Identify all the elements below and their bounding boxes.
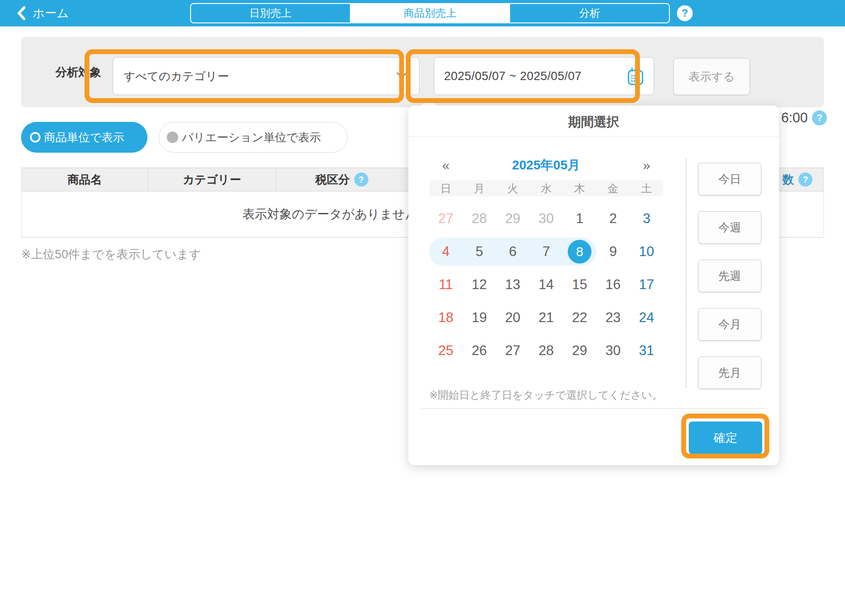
category-select-value: すべてのカテゴリー — [124, 69, 229, 84]
day-cell-19[interactable]: 19 — [463, 304, 496, 332]
variation-unit-radio[interactable]: バリエーション単位で表示 — [158, 122, 348, 153]
weekday-月: 月 — [463, 181, 496, 196]
header-bar: ホーム 日別売上商品別売上分析 ? — [0, 0, 845, 26]
day-cell-28[interactable]: 28 — [529, 337, 563, 365]
calendar-week-2: 45678910 — [429, 238, 663, 266]
weekday-日: 日 — [429, 181, 463, 196]
confirm-divider — [420, 408, 767, 409]
last-week-button[interactable]: 先週 — [698, 260, 761, 292]
product-unit-radio[interactable]: 商品単位で表示 — [21, 122, 147, 153]
tab-analysis[interactable]: 分析 — [509, 4, 669, 22]
calendar-week-1: 27282930123 — [429, 205, 663, 233]
popup-title: 期間選択 — [408, 114, 779, 131]
page: ホーム 日別売上商品別売上分析 ? 分析対象 すべてのカテゴリー 2025/05… — [0, 0, 845, 616]
day-cell-11[interactable]: 11 — [429, 271, 463, 299]
column-header-2: カテゴリー — [148, 168, 276, 191]
back-button[interactable]: ホーム — [17, 0, 69, 26]
day-cell-14[interactable]: 14 — [529, 271, 563, 299]
calendar-week-4: 18192021222324 — [429, 304, 663, 332]
day-cell-6[interactable]: 6 — [496, 238, 529, 266]
day-cell-3[interactable]: 3 — [630, 205, 663, 233]
last-month-button[interactable]: 先月 — [698, 356, 761, 389]
day-cell-10[interactable]: 10 — [630, 238, 663, 266]
day-cell-25[interactable]: 25 — [429, 337, 463, 365]
day-cell-12[interactable]: 12 — [463, 271, 496, 299]
calendar-icon — [627, 67, 644, 88]
day-cell-9[interactable]: 9 — [596, 238, 630, 266]
display-button[interactable]: 表示する — [673, 58, 750, 95]
this-week-button[interactable]: 今週 — [698, 211, 761, 244]
calendar-week-3: 11121314151617 — [429, 271, 663, 299]
tab-product-sales[interactable]: 商品別売上 — [350, 4, 510, 22]
tab-group: 日別売上商品別売上分析 — [190, 3, 670, 23]
column-header-label: カテゴリー — [183, 172, 241, 187]
help-button[interactable]: ? — [677, 5, 693, 21]
category-select[interactable]: すべてのカテゴリー — [113, 57, 419, 95]
day-cell-17[interactable]: 17 — [630, 271, 663, 299]
chevron-down-icon — [396, 72, 408, 81]
confirm-label: 確定 — [714, 430, 738, 446]
day-cell-31[interactable]: 31 — [630, 337, 663, 365]
help-badge-icon[interactable]: ? — [798, 172, 812, 187]
day-cell-20[interactable]: 20 — [496, 304, 529, 332]
day-cell-28[interactable]: 28 — [463, 205, 496, 233]
day-cell-27[interactable]: 27 — [496, 337, 529, 365]
day-cell-15[interactable]: 15 — [563, 271, 596, 299]
month-label: 2025年05月 — [463, 157, 630, 174]
selected-day-circle: 8 — [568, 240, 592, 264]
aggregation-time-fragment: 6:00 ? — [781, 110, 827, 126]
date-range-value: 2025/05/07 ~ 2025/05/07 — [444, 70, 582, 83]
weekday-水: 水 — [529, 181, 563, 196]
weekday-金: 金 — [596, 181, 630, 196]
date-range-input[interactable]: 2025/05/07 ~ 2025/05/07 — [434, 57, 654, 95]
next-month-button[interactable]: » — [630, 158, 663, 173]
day-cell-26[interactable]: 26 — [463, 337, 496, 365]
aggregation-time-text: 6:00 — [781, 110, 808, 126]
help-badge-icon[interactable]: ? — [812, 110, 827, 125]
day-cell-7[interactable]: 7 — [529, 238, 563, 266]
day-cell-29[interactable]: 29 — [496, 205, 529, 233]
day-cell-16[interactable]: 16 — [596, 271, 630, 299]
this-month-button[interactable]: 今月 — [698, 308, 761, 341]
day-cell-23[interactable]: 23 — [596, 304, 630, 332]
today-button[interactable]: 今日 — [698, 163, 761, 195]
day-cell-1[interactable]: 1 — [563, 205, 596, 233]
day-cell-30[interactable]: 30 — [596, 337, 630, 365]
variation-unit-label: バリエーション単位で表示 — [182, 130, 321, 145]
product-unit-label: 商品単位で表示 — [44, 130, 125, 145]
day-cell-5[interactable]: 5 — [463, 238, 496, 266]
empty-message: 表示対象のデータがありません — [242, 191, 418, 237]
column-header-label: 商品名 — [68, 172, 102, 187]
range-note: ※開始日と終了日をタッチで選択してください。 — [429, 388, 663, 402]
tab-daily-sales[interactable]: 日別売上 — [191, 4, 350, 22]
weekday-木: 木 — [563, 181, 596, 196]
help-badge-icon[interactable]: ? — [354, 172, 368, 187]
day-cell-4[interactable]: 4 — [429, 238, 463, 266]
day-cell-8[interactable]: 8 — [563, 238, 596, 266]
prev-month-button[interactable]: « — [429, 158, 463, 173]
day-cell-22[interactable]: 22 — [563, 304, 596, 332]
day-cell-30[interactable]: 30 — [529, 205, 563, 233]
help-icon: ? — [682, 7, 688, 19]
table-header-left: 商品名カテゴリー税区分? — [22, 168, 408, 191]
weekday-火: 火 — [496, 181, 529, 196]
day-cell-18[interactable]: 18 — [429, 304, 463, 332]
day-cell-29[interactable]: 29 — [563, 337, 596, 365]
weekday-土: 土 — [630, 181, 663, 196]
column-header-3: 税区分? — [276, 168, 408, 191]
column-header-1: 商品名 — [22, 168, 148, 191]
day-cell-24[interactable]: 24 — [630, 304, 663, 332]
weekday-header: 日月火水木金土 — [429, 180, 663, 196]
day-cell-21[interactable]: 21 — [529, 304, 563, 332]
back-label: ホーム — [33, 5, 69, 21]
day-cell-27[interactable]: 27 — [429, 205, 463, 233]
filter-label: 分析対象 — [55, 37, 101, 107]
day-cell-2[interactable]: 2 — [596, 205, 630, 233]
column-header-label: 税区分 — [316, 172, 350, 187]
calendar-week-5: 25262728293031 — [429, 337, 663, 365]
confirm-button[interactable]: 確定 — [689, 422, 762, 454]
sales-count-label: 数 — [783, 172, 794, 187]
radio-unselected-icon — [167, 132, 178, 143]
day-cell-13[interactable]: 13 — [496, 271, 529, 299]
calendar-grid: 2728293012345678910111213141516171819202… — [429, 205, 663, 370]
